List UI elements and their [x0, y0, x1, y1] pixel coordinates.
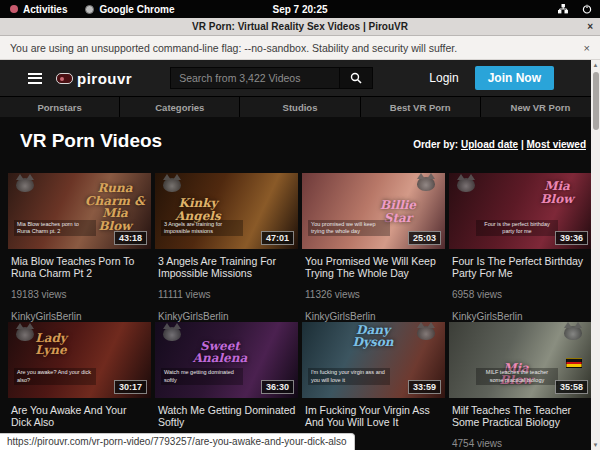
- duration-badge: 30:17: [114, 380, 147, 394]
- nav-item-best-vr[interactable]: Best VR Porn: [360, 97, 480, 117]
- thumb-caption: Mia Blow teaches porn to Runa Charm pt. …: [14, 220, 96, 236]
- thumb-caption: You promised we will keep trying the who…: [308, 220, 390, 236]
- video-card: Billie Star You promised we will keep tr…: [302, 173, 445, 322]
- video-card: Runa Charm & Mia Blow Mia Blow teaches p…: [8, 173, 151, 322]
- studio-link[interactable]: KinkyGirlsBerlin: [11, 311, 149, 322]
- duration-badge: 39:36: [555, 231, 588, 245]
- tab-title[interactable]: VR Porn: Virtual Reality Sex Videos | Pi…: [0, 21, 600, 32]
- site-logo[interactable]: pirouvr: [56, 70, 132, 87]
- thumb-caption: MILF teaches the teacher some practical …: [476, 368, 558, 384]
- video-card: Mia Blow MILF teaches the teacher some p…: [449, 322, 592, 449]
- studio-cat-mask-icon: [163, 178, 181, 192]
- studio-cat-mask-icon: [16, 178, 34, 192]
- video-card: Sweet Analena Watch me getting dominated…: [155, 322, 298, 449]
- video-title-link[interactable]: 3 Angels Are Training For Impossible Mis…: [158, 255, 296, 280]
- video-thumbnail[interactable]: Lady Lyne Are you awake? And your dick a…: [8, 322, 151, 398]
- thumb-caption: Watch me getting dominated softly: [161, 368, 243, 384]
- video-title-link[interactable]: Four Is The Perfect Birthday Party For M…: [452, 255, 590, 280]
- video-thumbnail[interactable]: Sweet Analena Watch me getting dominated…: [155, 322, 298, 398]
- video-title-link[interactable]: Watch Me Getting Dominated Softly: [158, 404, 296, 429]
- clock[interactable]: Sep 7 20:25: [0, 4, 600, 15]
- nav-item-new-vr[interactable]: New VR Porn: [480, 97, 600, 117]
- video-title-link[interactable]: You Promised We Will Keep Trying The Who…: [305, 255, 443, 280]
- content-area: VR Porn Videos Order by: Upload date | M…: [0, 130, 600, 449]
- studio-link[interactable]: KinkyGirlsBerlin: [452, 311, 590, 322]
- view-count: 4754 views: [452, 438, 590, 449]
- nav-item-categories[interactable]: Categories: [119, 97, 239, 117]
- video-thumbnail[interactable]: Mia Blow Four is the perfect birthday pa…: [449, 173, 592, 249]
- menu-icon[interactable]: [28, 73, 42, 84]
- video-title-link[interactable]: Im Fucking Your Virgin Ass And You Will …: [305, 404, 443, 429]
- view-count: 6958 views: [452, 289, 590, 300]
- video-thumbnail[interactable]: Mia Blow MILF teaches the teacher some p…: [449, 322, 592, 398]
- warning-close-icon[interactable]: ×: [584, 42, 590, 54]
- scroll-down-icon[interactable]: ▼: [591, 442, 600, 448]
- nav-item-studios[interactable]: Studios: [239, 97, 359, 117]
- order-link-most-viewed[interactable]: Most viewed: [527, 139, 586, 150]
- thumb-caption: I'm fucking your virgin ass and you will…: [308, 368, 390, 384]
- order-by: Order by: Upload date | Most viewed: [413, 139, 586, 152]
- warning-bar: You are using an unsupported command-lin…: [0, 36, 600, 60]
- studio-cat-mask-icon: [457, 178, 475, 192]
- scrollbar-thumb[interactable]: [593, 72, 599, 130]
- view-count: 19183 views: [11, 289, 149, 300]
- studio-cat-mask-icon: [163, 327, 181, 341]
- duration-badge: 43:18: [114, 231, 147, 245]
- login-link[interactable]: Login: [429, 71, 458, 85]
- studio-cat-mask-icon: [16, 327, 34, 341]
- search-button[interactable]: [340, 67, 373, 89]
- video-card: Kinky Angels 3 Angels are training for i…: [155, 173, 298, 322]
- video-title-link[interactable]: Milf Teaches The Teacher Some Practical …: [452, 404, 590, 429]
- network-icon[interactable]: [558, 4, 568, 14]
- video-card: Dany Dyson I'm fucking your virgin ass a…: [302, 322, 445, 449]
- thumb-overlay-name: Mia Blow: [485, 362, 547, 387]
- german-flag-icon: [566, 358, 582, 368]
- studio-link[interactable]: KinkyGirlsBerlin: [305, 311, 443, 322]
- warning-message: You are using an unsupported command-lin…: [0, 42, 457, 54]
- duration-badge: 36:30: [261, 380, 294, 394]
- view-count: 11326 views: [305, 289, 443, 300]
- video-thumbnail[interactable]: Runa Charm & Mia Blow Mia Blow teaches p…: [8, 173, 151, 249]
- duration-badge: 47:01: [261, 231, 294, 245]
- view-count: 11111 views: [158, 289, 296, 300]
- video-grid: Runa Charm & Mia Blow Mia Blow teaches p…: [8, 173, 592, 449]
- scroll-up-icon[interactable]: ▲: [591, 62, 600, 68]
- browser-tab-bar: VR Porn: Virtual Reality Sex Videos | Pi…: [0, 18, 600, 36]
- thumb-overlay-name: Sweet Analena: [189, 340, 251, 365]
- site-header: pirouvr Login Join Now: [0, 60, 600, 96]
- thumb-caption: Four is the perfect birthday party for m…: [476, 220, 558, 236]
- search-bar: [170, 67, 373, 89]
- video-card: Mia Blow Four is the perfect birthday pa…: [449, 173, 592, 322]
- vr-goggles-icon: [56, 73, 73, 84]
- thumb-overlay-name: Mia Blow: [526, 180, 588, 205]
- studio-cat-mask-icon: [417, 326, 435, 340]
- order-link-upload-date[interactable]: Upload date: [461, 139, 518, 150]
- join-now-button[interactable]: Join Now: [475, 66, 554, 90]
- video-thumbnail[interactable]: Dany Dyson I'm fucking your virgin ass a…: [302, 322, 445, 398]
- page-viewport: pirouvr Login Join Now Pornstars Categor…: [0, 60, 600, 450]
- video-thumbnail[interactable]: Billie Star You promised we will keep tr…: [302, 173, 445, 249]
- status-url-bar: https://pirouvr.com/vr-porn-video/779325…: [0, 433, 355, 450]
- thumb-overlay-name: Billie Star: [367, 199, 429, 224]
- video-title-link[interactable]: Mia Blow Teaches Porn To Runa Charm Pt 2: [11, 255, 149, 280]
- power-icon[interactable]: [582, 4, 592, 14]
- order-by-label: Order by:: [413, 139, 458, 150]
- search-icon: [350, 72, 362, 84]
- thumb-overlay-name: Kinky Angels: [167, 197, 229, 222]
- duration-badge: 35:58: [555, 380, 588, 394]
- screen: Activities Google Chrome Sep 7 20:25 VR …: [0, 0, 600, 450]
- thumb-overlay-name: Runa Charm & Mia Blow: [84, 182, 146, 232]
- logo-text: pirouvr: [77, 70, 132, 87]
- tab-close-icon[interactable]: ×: [587, 21, 593, 32]
- video-title-link[interactable]: Are You Awake And Your Dick Also: [11, 404, 149, 429]
- studio-link[interactable]: KinkyGirlsBerlin: [158, 311, 296, 322]
- studio-cat-mask-icon: [564, 326, 582, 340]
- thumb-caption: 3 Angels are training for impossible mis…: [161, 220, 243, 236]
- system-top-bar: Activities Google Chrome Sep 7 20:25: [0, 0, 600, 18]
- order-separator: |: [521, 139, 524, 150]
- scrollbar[interactable]: ▲ ▼: [591, 60, 600, 450]
- search-input[interactable]: [170, 67, 340, 89]
- video-card: Lady Lyne Are you awake? And your dick a…: [8, 322, 151, 449]
- video-thumbnail[interactable]: Kinky Angels 3 Angels are training for i…: [155, 173, 298, 249]
- nav-item-pornstars[interactable]: Pornstars: [0, 97, 119, 117]
